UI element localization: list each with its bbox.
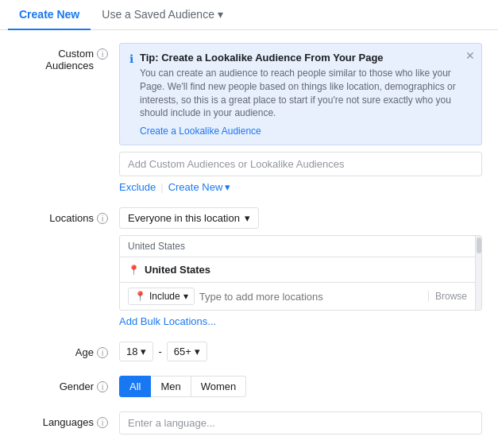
languages-label: Languages i	[16, 411, 119, 428]
tab-create-new[interactable]: Create New	[8, 0, 91, 30]
languages-field	[119, 411, 482, 434]
gender-field: All Men Women	[119, 376, 482, 397]
pin-icon: 📍	[128, 265, 140, 276]
tip-title: Tip: Create a Lookalike Audience From Yo…	[140, 52, 459, 64]
tip-close-button[interactable]: ✕	[465, 50, 475, 61]
gender-info-icon[interactable]: i	[97, 381, 108, 392]
create-new-link[interactable]: Create New ▾	[168, 181, 231, 193]
custom-audiences-row: Custom Audiences i ℹ Tip: Create a Looka…	[16, 43, 482, 193]
locations-row: Locations i Everyone in this location ▾ …	[16, 207, 482, 327]
age-row: Age i 18 ▾ - 65+ ▾	[16, 342, 482, 361]
age-min-value: 18	[126, 346, 137, 357]
custom-audiences-info-icon[interactable]: i	[97, 48, 108, 60]
create-new-label: Create New	[168, 181, 223, 193]
location-type-input[interactable]	[199, 291, 423, 303]
chevron-down-icon: ▾	[218, 8, 223, 21]
exclude-link[interactable]: Exclude	[119, 181, 156, 193]
tip-box: ℹ Tip: Create a Lookalike Audience From …	[119, 43, 482, 145]
tip-body: You can create an audience to reach peop…	[140, 67, 459, 120]
locations-field: Everyone in this location ▾ United State…	[119, 207, 482, 327]
pin-icon-small: 📍	[134, 291, 146, 302]
tip-content: Tip: Create a Lookalike Audience From Yo…	[140, 52, 459, 137]
gender-all-button[interactable]: All	[119, 376, 151, 397]
link-separator: |	[160, 181, 163, 193]
gender-women-button[interactable]: Women	[191, 376, 247, 397]
age-max-value: 65+	[174, 346, 191, 357]
tip-link[interactable]: Create a Lookalike Audience	[140, 126, 261, 137]
locations-label: Locations i	[16, 207, 119, 224]
location-type-label: Everyone in this location	[128, 212, 240, 224]
location-item: 📍 United States	[120, 257, 475, 282]
chevron-down-icon: ▾	[245, 212, 250, 224]
tab-saved-label: Use a Saved Audience	[102, 8, 214, 21]
gender-row: Gender i All Men Women	[16, 376, 482, 397]
tabs-container: Create New Use a Saved Audience ▾	[0, 0, 498, 30]
age-label: Age i	[16, 342, 119, 358]
chevron-down-icon: ▾	[195, 346, 200, 357]
main-content: Custom Audiences i ℹ Tip: Create a Looka…	[0, 30, 498, 448]
custom-audiences-field: ℹ Tip: Create a Lookalike Audience From …	[119, 43, 482, 193]
age-min-dropdown[interactable]: 18 ▾	[119, 342, 153, 361]
location-box: United States 📍 United States 📍 Include …	[119, 235, 482, 311]
age-field: 18 ▾ - 65+ ▾	[119, 342, 482, 361]
include-row: 📍 Include ▾ Browse	[120, 282, 475, 310]
country-header-label: United States	[128, 241, 185, 252]
action-links: Exclude | Create New ▾	[119, 181, 482, 193]
language-input[interactable]	[119, 411, 482, 434]
location-item-label: United States	[145, 264, 210, 276]
tip-header: ℹ Tip: Create a Lookalike Audience From …	[129, 52, 459, 137]
location-body: United States 📍 United States 📍 Include …	[120, 236, 481, 310]
custom-audiences-input[interactable]	[119, 152, 482, 176]
locations-info-icon[interactable]: i	[97, 213, 108, 224]
custom-audiences-label: Custom Audiences i	[16, 43, 119, 71]
include-dropdown[interactable]: 📍 Include ▾	[128, 288, 195, 305]
chevron-down-icon: ▾	[183, 291, 188, 302]
location-type-dropdown[interactable]: Everyone in this location ▾	[119, 207, 259, 229]
info-circle-icon: ℹ	[129, 52, 133, 65]
browse-button[interactable]: Browse	[428, 291, 467, 302]
languages-row: Languages i	[16, 411, 482, 434]
gender-men-button[interactable]: Men	[151, 376, 191, 397]
location-content: United States 📍 United States 📍 Include …	[120, 236, 475, 310]
chevron-down-icon: ▾	[225, 181, 230, 193]
age-separator: -	[158, 346, 161, 357]
include-label: Include	[149, 291, 180, 302]
scrollbar-track	[475, 236, 481, 310]
location-header: United States	[120, 236, 475, 257]
languages-info-icon[interactable]: i	[97, 417, 108, 428]
chevron-down-icon: ▾	[141, 346, 146, 357]
age-info-icon[interactable]: i	[97, 347, 108, 358]
gender-label: Gender i	[16, 376, 119, 392]
tab-saved-audience[interactable]: Use a Saved Audience ▾	[91, 0, 234, 30]
scrollbar-thumb	[477, 238, 481, 253]
add-bulk-link[interactable]: Add Bulk Locations...	[119, 315, 216, 327]
age-max-dropdown[interactable]: 65+ ▾	[167, 342, 207, 361]
